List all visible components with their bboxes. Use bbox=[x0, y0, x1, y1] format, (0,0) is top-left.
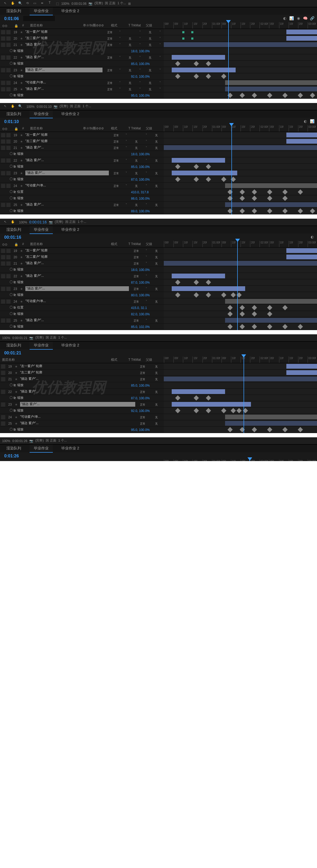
layer-row[interactable]: 19★"左一窗户" 轮廓正常˅˅无˅ bbox=[0, 29, 164, 35]
hand-icon[interactable]: ✋ bbox=[9, 1, 16, 6]
search-input[interactable] bbox=[23, 16, 55, 21]
rotate-icon[interactable]: ⟲ bbox=[24, 1, 31, 6]
layer-row[interactable]: 24★"可动窗户/单...正常˅无˅无˅ bbox=[0, 80, 164, 86]
tab-comp1[interactable]: 毕业作业 bbox=[30, 7, 53, 15]
brain-icon[interactable]: 🧠 bbox=[303, 16, 308, 21]
link-icon[interactable]: 🔗 bbox=[310, 16, 315, 21]
parent-header[interactable]: 父级 bbox=[146, 23, 162, 28]
cursor-icon[interactable]: ↖ bbox=[2, 1, 8, 6]
time-ruler[interactable]: 00f05f10f15f20f01:00f05f10f15f20f02:00f0… bbox=[164, 22, 317, 29]
zoom-label[interactable]: 100% bbox=[61, 2, 69, 5]
graph-icon[interactable]: 📊 bbox=[289, 16, 294, 21]
lock-header: 🔒 bbox=[14, 24, 21, 27]
snapshot-icon[interactable]: 📷 bbox=[88, 2, 92, 5]
grid-icon[interactable]: ⊞ bbox=[128, 2, 131, 5]
text-icon[interactable]: T bbox=[47, 1, 53, 6]
property-row[interactable]: 〇 ⊵ 缩放85.0, 100.0% bbox=[0, 61, 164, 67]
tab-render-queue[interactable]: 渲染队列 bbox=[2, 7, 25, 15]
av-header: ⊙⊙ bbox=[2, 24, 13, 27]
motion-blur-icon[interactable]: ◉ bbox=[296, 16, 301, 21]
layer-row[interactable]: 22★"描边 窗户"...正常˅无˅无˅ bbox=[0, 54, 164, 61]
current-time[interactable]: 0:01:06 bbox=[2, 16, 21, 21]
timecode-top: 0:00:01:06 bbox=[71, 2, 87, 5]
rect-icon[interactable]: ▭ bbox=[32, 1, 38, 6]
layer-row[interactable]: 21★"描边 窗户"...正常˅无˅无˅ bbox=[0, 42, 164, 48]
layer-row[interactable]: 25★"描边 窗户"...正常˅无˅无˅ bbox=[0, 86, 164, 92]
cursor2-icon[interactable]: ⬚ bbox=[56, 2, 59, 5]
layer-row[interactable]: 20★"左二窗户" 轮廓正常˅无˅无˅ bbox=[0, 35, 164, 42]
comp-dropdown[interactable]: (完整) bbox=[94, 1, 103, 6]
property-row[interactable]: 〇 ⊵ 缩放95.0, 100.0% bbox=[0, 92, 164, 99]
property-row[interactable]: 〇 ⊵ 缩放18.0, 100.0% bbox=[0, 48, 164, 54]
panel-dropdown[interactable]: 国 正面 bbox=[105, 1, 115, 6]
trkmat-header[interactable]: T TrkMat bbox=[128, 24, 144, 27]
layer-row[interactable]: 23★"描边 窗户"...正常˅无˅无˅ bbox=[0, 67, 164, 73]
layer-name-header[interactable]: 图层名称 bbox=[30, 23, 81, 28]
pen-icon[interactable]: ✒ bbox=[39, 1, 46, 6]
shy-icon[interactable]: ◐ bbox=[282, 16, 287, 21]
tab-comp2[interactable]: 毕业作业 2 bbox=[57, 7, 84, 15]
property-row[interactable]: 〇 ⊵ 缩放92.0, 100.0% bbox=[0, 73, 164, 80]
zoom-icon[interactable]: 🔍 bbox=[17, 1, 23, 6]
switches-header: 单※\fx圈⊘⊘⊘ bbox=[83, 23, 109, 28]
mode-header[interactable]: 模式 bbox=[111, 23, 127, 28]
count-label: 1 个... bbox=[118, 1, 126, 6]
